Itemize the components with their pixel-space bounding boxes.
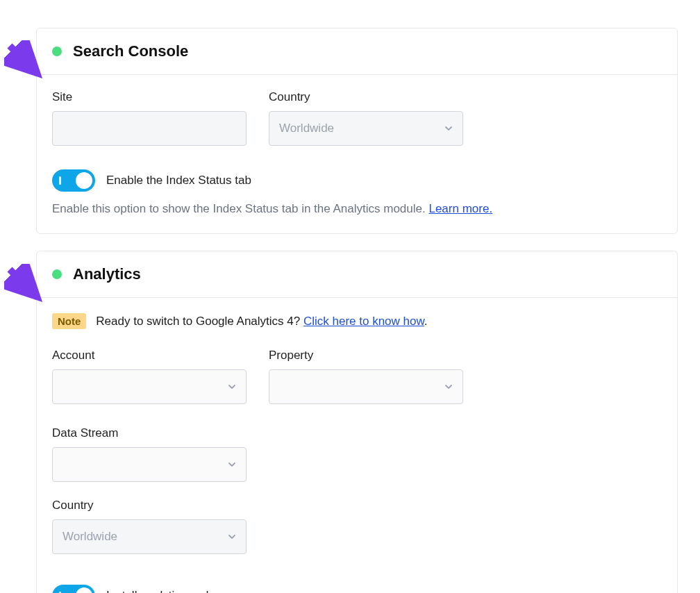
property-label: Property — [269, 349, 463, 362]
panel-header: Search Console — [37, 28, 677, 75]
svg-line-0 — [10, 46, 38, 74]
country-label: Country — [52, 499, 247, 512]
datastream-label: Data Stream — [52, 426, 247, 440]
note-text: Ready to switch to Google Analytics 4? — [96, 315, 303, 328]
account-label: Account — [52, 349, 247, 362]
panel-header: Analytics — [37, 251, 677, 298]
chevron-down-icon — [444, 383, 453, 391]
learn-more-link[interactable]: Learn more. — [428, 202, 492, 215]
toggle-label: Enable the Index Status tab — [106, 174, 251, 187]
chevron-down-icon — [444, 124, 453, 133]
note-row: Note Ready to switch to Google Analytics… — [52, 313, 662, 329]
property-select[interactable] — [269, 369, 463, 404]
analytics-panel: Analytics Note Ready to switch to Google… — [36, 251, 678, 594]
search-console-panel: Search Console Site Country Worldwide — [36, 28, 678, 234]
status-dot-icon — [52, 269, 62, 279]
chevron-down-icon — [228, 460, 236, 469]
help-text: Enable this option to show the Index Sta… — [52, 200, 662, 218]
country-select[interactable]: Worldwide — [269, 111, 463, 146]
svg-line-1 — [10, 269, 38, 297]
note-link[interactable]: Click here to know how — [303, 315, 424, 328]
chevron-down-icon — [228, 533, 236, 541]
country-label: Country — [269, 90, 463, 104]
country-value: Worldwide — [279, 122, 444, 135]
panel-title: Search Console — [73, 42, 188, 60]
note-badge: Note — [52, 313, 86, 329]
site-label: Site — [52, 90, 247, 104]
panel-title: Analytics — [73, 265, 141, 283]
account-select[interactable] — [52, 369, 247, 404]
country-value: Worldwide — [62, 530, 228, 544]
chevron-down-icon — [228, 383, 236, 391]
index-status-toggle[interactable] — [52, 169, 95, 192]
datastream-select[interactable] — [52, 447, 247, 482]
site-select[interactable] — [52, 111, 247, 146]
install-analytics-toggle[interactable] — [52, 585, 95, 594]
status-dot-icon — [52, 47, 62, 56]
analytics-country-select[interactable]: Worldwide — [52, 519, 247, 554]
toggle-label: Install analytics code — [106, 589, 215, 594]
